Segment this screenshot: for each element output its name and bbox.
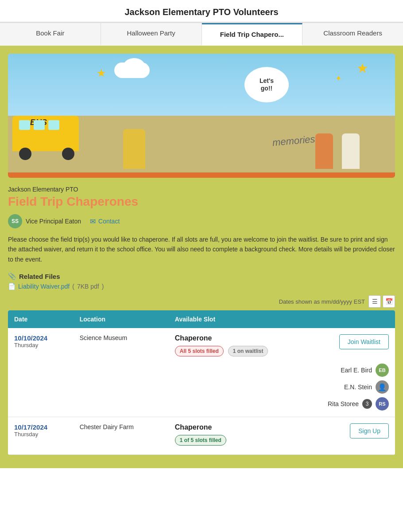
badge-waitlist: 1 on waitlist xyxy=(228,346,268,356)
figure-2 xyxy=(342,133,360,169)
table-row: 10/10/2024 Thursday Science Museum Chape… xyxy=(8,328,395,417)
coordinator-name: Vice Principal Eaton xyxy=(26,218,81,225)
day-name-2: Thursday xyxy=(14,431,67,438)
signup-name-3: Rita Storee xyxy=(328,400,359,407)
signup-name-2: E.N. Stein xyxy=(344,383,372,391)
file-size-value: 7KB pdf xyxy=(77,283,99,290)
file-link[interactable]: 📄 Liability Waiver.pdf (7KB pdf) xyxy=(8,283,395,290)
col-slot: Available Slot xyxy=(169,310,395,328)
cloud-2 xyxy=(123,58,145,76)
col-location: Location xyxy=(74,310,169,328)
date-cell-2: 10/17/2024 Thursday xyxy=(8,417,74,455)
list-view-icon[interactable]: ☰ xyxy=(368,295,381,308)
table-meta-row: Dates shown as mm/dd/yyyy EST ☰ 📅 xyxy=(8,295,395,308)
date-value-2: 10/17/2024 xyxy=(14,423,67,431)
view-toggle: ☰ 📅 xyxy=(368,295,395,308)
signup-row-1: Earl E. Bird EB xyxy=(341,364,389,377)
bus-illustration: BUS xyxy=(12,111,83,160)
signup-avatar-1: EB xyxy=(376,364,389,377)
orange-strip xyxy=(8,172,395,178)
star-icon: ★ xyxy=(97,67,106,79)
contact-row: SS Vice Principal Eaton ✉ Contact xyxy=(8,214,395,228)
tab-field-trip[interactable]: Field Trip Chapero... xyxy=(202,23,303,46)
star-icon-3: ✦ xyxy=(335,74,342,83)
page-title: Jackson Elementary PTO Volunteers xyxy=(0,0,403,23)
related-files-section: 📎 Related Files 📄 Liability Waiver.pdf (… xyxy=(8,272,395,290)
dates-label: Dates shown as mm/dd/yyyy EST xyxy=(279,298,365,305)
tab-halloween-party[interactable]: Halloween Party xyxy=(101,23,202,46)
signup-name-1: Earl E. Bird xyxy=(341,367,372,374)
signup-avatar-2: 👤 xyxy=(376,380,389,394)
file-size: ( xyxy=(72,283,74,290)
badge-slots-filled: All 5 slots filled xyxy=(175,346,224,356)
table-row: 10/17/2024 Thursday Chester Dairy Farm C… xyxy=(8,417,395,455)
signup-row-2: E.N. Stein 👤 xyxy=(344,380,389,394)
pdf-icon: 📄 xyxy=(8,283,16,290)
col-date: Date xyxy=(8,310,74,328)
signups-list-1: Earl E. Bird EB E.N. Stein 👤 Rita Storee… xyxy=(175,364,389,411)
related-files-title: 📎 Related Files xyxy=(8,272,395,280)
date-value-1: 10/10/2024 xyxy=(14,334,67,342)
tab-book-fair[interactable]: Book Fair xyxy=(0,23,101,46)
badge-slots-partial: 1 of 5 slots filled xyxy=(175,435,226,446)
description-text: Please choose the field trip(s) you woul… xyxy=(8,235,395,264)
tab-bar: Book Fair Halloween Party Field Trip Cha… xyxy=(0,23,403,46)
section-title: Field Trip Chaperones xyxy=(8,195,395,209)
calendar-view-icon[interactable]: 📅 xyxy=(383,295,395,308)
join-waitlist-button[interactable]: Join Waitlist xyxy=(339,334,389,349)
organization-name: Jackson Elementary PTO xyxy=(8,186,395,193)
slot-name-1: Chaperone xyxy=(175,334,271,342)
signup-row-3: Rita Storee 3 RS xyxy=(328,397,389,411)
coordinator-avatar: SS xyxy=(8,214,22,228)
signup-badge-num: 3 xyxy=(362,399,372,409)
location-cell-1: Science Museum xyxy=(74,328,169,417)
tab-classroom-readers[interactable]: Classroom Readers xyxy=(302,23,403,46)
signup-avatar-3: RS xyxy=(376,397,389,411)
slot-cell-1: Chaperone All 5 slots filled 1 on waitli… xyxy=(169,328,395,417)
day-name-1: Thursday xyxy=(14,342,67,348)
backpack-figure xyxy=(123,129,145,169)
figure-1 xyxy=(315,133,333,169)
slot-cell-2: Chaperone 1 of 5 slots filled Sign Up xyxy=(169,417,395,455)
envelope-icon: ✉ xyxy=(90,217,96,226)
date-cell-1: 10/10/2024 Thursday xyxy=(8,328,74,417)
schedule-table: Date Location Available Slot 10/10/2024 … xyxy=(8,310,395,455)
speech-bubble: Let'sgo!! xyxy=(244,67,289,102)
paperclip-icon: 📎 xyxy=(8,272,16,280)
banner-image: BUS ★ ★ ✦ Let'sgo!! memories xyxy=(8,54,395,178)
location-cell-2: Chester Dairy Farm xyxy=(74,417,169,455)
main-content: BUS ★ ★ ✦ Let'sgo!! memories xyxy=(0,46,403,468)
slot-name-2: Chaperone xyxy=(175,423,229,431)
sign-up-button[interactable]: Sign Up xyxy=(350,423,389,438)
contact-label: Contact xyxy=(98,218,120,225)
file-name: Liability Waiver.pdf xyxy=(18,283,70,290)
star-icon-2: ★ xyxy=(356,60,368,76)
contact-link[interactable]: ✉ Contact xyxy=(90,217,120,226)
